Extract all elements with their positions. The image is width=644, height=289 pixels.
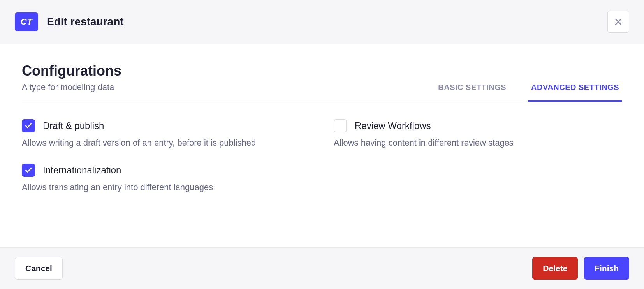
option-review-workflows: Review Workflows Allows having content i… — [334, 119, 622, 148]
option-row: Draft & publish — [22, 119, 310, 132]
modal-footer: Cancel Delete Finish — [0, 247, 644, 289]
option-description: Allows having content in different revie… — [334, 138, 622, 148]
modal-header: CT Edit restaurant — [0, 0, 644, 44]
tabs: BASIC SETTINGS ADVANCED SETTINGS — [435, 77, 622, 102]
option-description: Allows writing a draft version of an ent… — [22, 138, 310, 148]
tab-basic-settings[interactable]: BASIC SETTINGS — [435, 77, 509, 102]
options-grid: Draft & publish Allows writing a draft v… — [22, 119, 622, 192]
close-button[interactable] — [607, 11, 629, 33]
option-internationalization: Internationalization Allows translating … — [22, 164, 310, 192]
delete-button[interactable]: Delete — [532, 257, 578, 280]
option-label: Internationalization — [43, 165, 121, 176]
close-icon — [614, 17, 623, 26]
content-type-badge: CT — [15, 12, 38, 31]
header-left: CT Edit restaurant — [15, 12, 124, 31]
tab-advanced-settings[interactable]: ADVANCED SETTINGS — [528, 77, 622, 102]
checkbox-review-workflows[interactable] — [334, 119, 347, 132]
finish-button[interactable]: Finish — [584, 257, 629, 280]
checkbox-draft-publish[interactable] — [22, 119, 35, 132]
option-row: Internationalization — [22, 164, 310, 177]
checkbox-internationalization[interactable] — [22, 164, 35, 177]
content-top-row: Configurations A type for modeling data … — [22, 63, 622, 102]
option-description: Allows translating an entry into differe… — [22, 182, 310, 192]
footer-right: Delete Finish — [532, 257, 629, 280]
cancel-button[interactable]: Cancel — [15, 257, 63, 280]
modal-content: Configurations A type for modeling data … — [0, 44, 644, 247]
option-row: Review Workflows — [334, 119, 622, 132]
modal-title: Edit restaurant — [47, 16, 124, 28]
title-block: Configurations A type for modeling data — [22, 63, 121, 102]
section-subtitle: A type for modeling data — [22, 82, 121, 92]
option-label: Draft & publish — [43, 120, 104, 131]
check-icon — [25, 166, 32, 174]
section-title: Configurations — [22, 63, 121, 79]
option-label: Review Workflows — [355, 120, 431, 131]
option-draft-publish: Draft & publish Allows writing a draft v… — [22, 119, 310, 148]
check-icon — [25, 122, 32, 130]
